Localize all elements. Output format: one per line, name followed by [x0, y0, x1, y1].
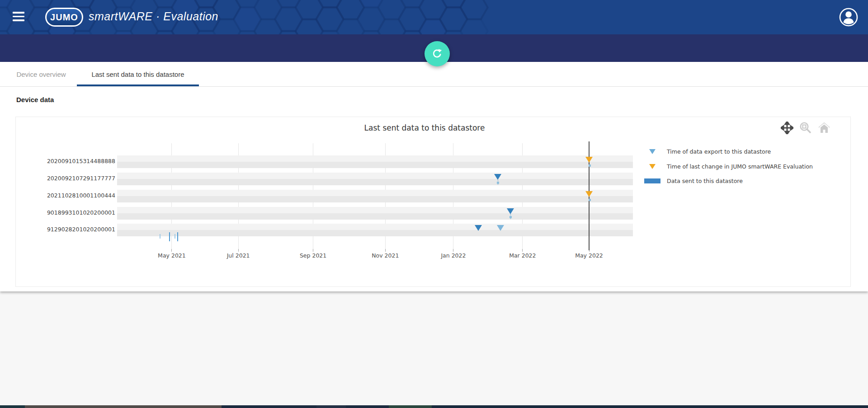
sent-tick-marker [177, 232, 178, 241]
menu-icon[interactable] [13, 12, 24, 23]
product-name: smartWARE · Evaluation [89, 10, 218, 23]
x-tick-label: Nov 2021 [363, 252, 408, 259]
section-title: Device data [16, 96, 54, 103]
y-axis-device-label: 2020091015314488888 [18, 158, 115, 164]
device-row-band-dark [117, 213, 633, 220]
sent-tick-marker [169, 232, 170, 241]
y-axis-device-label: 9129028201020200001 [18, 226, 115, 233]
taskbar-segment [222, 405, 316, 408]
taskbar-segment [316, 405, 346, 408]
legend-item: Data sent to this datastore [644, 176, 743, 185]
export-marker [507, 208, 514, 214]
content-sheet: Device overview Last sent data to this d… [0, 62, 868, 291]
device-row-band-dark [117, 230, 633, 236]
x-tick-label: Sep 2021 [291, 252, 336, 259]
chart-card: Last sent data to this datastore May 202… [15, 117, 851, 287]
sent-tick-marker [160, 234, 160, 239]
tab-last-sent-data[interactable]: Last sent data to this datastore [77, 62, 199, 86]
tab-device-overview[interactable]: Device overview [5, 62, 77, 86]
taskbar-segment [432, 405, 868, 408]
device-row-band-dark [117, 196, 633, 202]
x-tick-label: May 2022 [566, 252, 612, 259]
y-axis-device-label: 2020092107291177777 [18, 175, 115, 182]
refresh-icon [431, 48, 443, 60]
legend-item: Time of data export to this datastore [644, 147, 771, 156]
app-header: JUMO smartWARE · Evaluation [0, 0, 868, 34]
taskbar-segment [0, 405, 25, 408]
chart-plot-area[interactable]: May 2021Jul 2021Sep 2021Nov 2021Jan 2022… [16, 117, 850, 286]
device-row-band-light [117, 207, 633, 213]
x-tick-mark [171, 249, 172, 252]
tab-device-overview-label: Device overview [16, 70, 66, 78]
taskbar-segment [346, 405, 389, 408]
taskbar-segment [25, 405, 222, 408]
export-marker-faded [497, 225, 504, 231]
device-row-band-dark [117, 179, 633, 185]
device-row-band-dark [117, 162, 633, 168]
legend-label: Time of last change in JUMO smartWARE Ev… [667, 163, 813, 170]
taskbar-segment [389, 405, 432, 408]
sent-point-marker [509, 216, 512, 218]
x-tick-mark [385, 249, 386, 252]
legend-label: Time of data export to this datastore [667, 148, 771, 155]
sent-point-marker [589, 164, 591, 167]
x-tick-mark [453, 249, 453, 252]
last-change-marker [585, 157, 593, 163]
x-tick-label: May 2021 [149, 252, 194, 259]
active-tab-underline [77, 84, 199, 86]
x-tick-mark [522, 249, 523, 252]
device-row-band-light [117, 173, 633, 179]
sent-tick-marker [175, 234, 175, 239]
last-change-marker [585, 191, 593, 197]
x-tick-mark [238, 249, 239, 252]
device-row-band-light [117, 190, 633, 196]
export-marker [475, 225, 482, 231]
legend-swatch-rect-blue [644, 178, 660, 183]
sent-point-marker [497, 182, 499, 184]
hexagon-shape [0, 8, 14, 31]
x-tick-mark [313, 249, 313, 252]
jumo-logo-text: JUMO [50, 12, 78, 23]
refresh-button[interactable] [425, 41, 450, 66]
y-axis-device-label: 2021102810001100444 [18, 192, 115, 199]
device-row-band-light [117, 224, 633, 230]
legend-label: Data sent to this datastore [667, 178, 743, 184]
y-axis-device-label: 9018993101020200001 [18, 209, 115, 216]
legend-item: Time of last change in JUMO smartWARE Ev… [644, 162, 813, 171]
x-tick-label: Jul 2021 [216, 252, 261, 259]
device-row-band-light [117, 155, 633, 162]
legend-swatch-triangle-orange [649, 164, 656, 169]
legend-swatch-triangle-blue [649, 149, 656, 154]
taskbar-strip [0, 405, 868, 408]
export-marker [494, 174, 501, 180]
x-tick-label: Jan 2022 [431, 252, 476, 259]
x-tick-label: Mar 2022 [500, 252, 545, 259]
user-avatar-icon[interactable] [839, 8, 858, 28]
sent-point-marker [589, 199, 591, 201]
jumo-logo: JUMO [45, 8, 83, 27]
tab-last-sent-data-label: Last sent data to this datastore [91, 70, 184, 78]
